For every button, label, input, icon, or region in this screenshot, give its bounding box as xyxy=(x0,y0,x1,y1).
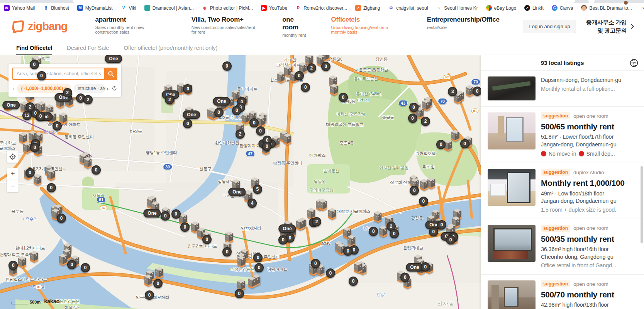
cluster-count-badge[interactable]: 0 xyxy=(400,273,410,282)
bookmark-dramacool[interactable]: Dramacool | Asian... xyxy=(144,5,194,11)
cluster-count-badge[interactable]: 0 xyxy=(232,106,241,115)
cluster-count-badge[interactable]: 0 xyxy=(53,121,62,131)
nav-villa-two-room-[interactable]: Villa, Two Room+New construction sales/s… xyxy=(192,16,258,34)
search-button[interactable] xyxy=(104,68,117,80)
cluster-count-badge[interactable]: 3 xyxy=(448,87,457,96)
cluster-count-badge[interactable]: 2 xyxy=(236,129,245,139)
my-location-button[interactable] xyxy=(7,151,19,163)
cluster-count-badge[interactable]: 0 xyxy=(473,87,481,96)
listing-card[interactable]: suggestionopen one room500/70 monthly re… xyxy=(481,274,644,309)
cluster-count-badge[interactable]: 0 xyxy=(339,93,348,102)
cluster-count-badge[interactable]: 0 xyxy=(81,263,90,272)
building-marker[interactable] xyxy=(154,266,164,279)
cluster-count-badge[interactable]: 0 xyxy=(30,60,39,69)
nav-one-room[interactable]: one roommonthly rent xyxy=(282,16,307,37)
filters-scroll-left[interactable]: ‹ xyxy=(12,85,14,92)
one-marker-pill[interactable]: One xyxy=(105,55,122,63)
cluster-count-badge[interactable]: 0 xyxy=(437,220,446,229)
cluster-count-badge[interactable]: 0 xyxy=(36,112,45,121)
bookmark-youtube[interactable]: ▶YouTube xyxy=(261,5,287,11)
bookmark-bluehost[interactable]: ⣿Bluehost xyxy=(43,5,69,11)
cluster-count-badge[interactable]: 4 xyxy=(247,199,257,208)
cluster-count-badge[interactable]: 0 xyxy=(321,62,330,71)
cluster-count-badge[interactable]: 0 xyxy=(408,114,417,123)
cluster-count-badge[interactable]: 0 xyxy=(222,247,232,256)
cluster-count-badge[interactable]: 0 xyxy=(256,126,265,136)
agency-signup-link[interactable]: 중개사무소 가입 및 광고문의 xyxy=(586,19,633,34)
listing-card[interactable]: suggestionduplex studioMonthly rent 1,00… xyxy=(481,163,644,218)
one-marker-pill[interactable]: One xyxy=(213,97,230,105)
bookmark-rome2rio[interactable]: RRome2rio: discover... xyxy=(295,5,347,11)
building-marker[interactable] xyxy=(282,132,292,146)
building-marker[interactable] xyxy=(353,261,363,274)
building-marker[interactable] xyxy=(83,156,93,169)
zigbang-logo[interactable]: zigbang xyxy=(12,20,68,33)
listing-card[interactable]: Dapsimni-dong, Dongdaemun-guMonthly rent… xyxy=(481,71,644,106)
cluster-count-badge[interactable]: 2 xyxy=(312,217,321,226)
building-marker[interactable] xyxy=(236,255,246,268)
one-marker-pill[interactable]: One xyxy=(143,209,161,217)
building-marker[interactable] xyxy=(17,255,27,268)
tab-offer-officetel-prior-monthly-[interactable]: Offer officetel (prior/monthly rent only… xyxy=(124,40,217,55)
cluster-count-badge[interactable]: 0 xyxy=(421,262,430,272)
tab-desired-for-sale[interactable]: Desired For Sale xyxy=(67,40,109,55)
cluster-count-badge[interactable]: 0 xyxy=(171,209,181,219)
bookmark-linkit[interactable]: ➚LinkIt xyxy=(524,5,544,11)
bookmarks-overflow-chevron[interactable]: » xyxy=(642,5,644,11)
cluster-count-badge[interactable]: 0 xyxy=(410,186,419,195)
cluster-count-badge[interactable]: 0 xyxy=(180,222,190,232)
cluster-count-badge[interactable]: 0 xyxy=(202,235,212,244)
cluster-count-badge[interactable]: 0 xyxy=(436,140,446,149)
cluster-count-badge[interactable]: 0 xyxy=(311,259,320,268)
cluster-count-badge[interactable]: 0 xyxy=(349,277,358,286)
cluster-count-badge[interactable]: 0 xyxy=(253,253,263,262)
one-marker-pill[interactable]: One xyxy=(183,110,200,119)
tab-find-officetel[interactable]: Find Officetel xyxy=(16,40,52,55)
login-signup-button[interactable]: Log in and sign up xyxy=(524,20,576,33)
bookmark-craigslist-seoul[interactable]: ☮craigslist: seoul xyxy=(388,5,428,11)
cluster-count-badge[interactable]: 0 xyxy=(153,279,163,288)
nav-officetels[interactable]: OfficetelsUrban living housing/rent on a… xyxy=(331,16,403,34)
zoom-in-button[interactable]: + xyxy=(7,168,19,180)
cluster-count-badge[interactable]: 0 xyxy=(390,229,399,238)
one-marker-pill[interactable]: One xyxy=(278,224,296,233)
cluster-count-badge[interactable]: 0 xyxy=(183,119,192,128)
cluster-count-badge[interactable]: 0 xyxy=(30,143,39,152)
cluster-count-badge[interactable]: 0 xyxy=(145,290,154,300)
bookmark-yahoo-mail[interactable]: ✉Yahoo Mail xyxy=(4,5,35,11)
cluster-count-badge[interactable]: 2 xyxy=(421,117,430,126)
cluster-count-badge[interactable]: 0 xyxy=(262,142,271,151)
building-marker[interactable] xyxy=(58,253,68,266)
cluster-count-badge[interactable]: 5 xyxy=(253,185,262,194)
bookmark-mydramalist[interactable]: MMyDramaList xyxy=(77,5,113,11)
building-marker[interactable] xyxy=(143,274,153,287)
unit-toggle-icon[interactable]: 단위 xyxy=(629,58,639,68)
nav-entrepreneurship-office[interactable]: Entrepreneurship/Officerental/sale xyxy=(427,16,500,30)
building-marker[interactable] xyxy=(247,276,257,289)
cluster-count-badge[interactable]: 0 xyxy=(235,289,244,298)
one-marker-pill[interactable]: One xyxy=(2,101,20,109)
cluster-count-badge[interactable]: 2 xyxy=(165,95,174,104)
search-input[interactable] xyxy=(12,68,104,80)
building-marker[interactable] xyxy=(276,71,286,84)
cluster-count-badge[interactable]: 0 xyxy=(343,246,353,256)
building-marker[interactable] xyxy=(29,250,39,263)
cluster-count-badge[interactable]: 0 xyxy=(249,118,259,127)
cluster-count-badge[interactable]: 0 xyxy=(25,168,35,177)
bookmark-photo-editor-picm[interactable]: ◉Photo editor | PicM... xyxy=(202,5,253,11)
listing-card[interactable]: suggestionopen one room500/65 monthly re… xyxy=(481,106,644,163)
cluster-count-badge[interactable]: 0 xyxy=(301,83,310,92)
filters-scroll-right[interactable]: › xyxy=(107,86,108,92)
cluster-count-badge[interactable]: 0 xyxy=(254,263,264,272)
cluster-count-badge[interactable]: 0 xyxy=(37,71,46,80)
cluster-count-badge[interactable]: 0 xyxy=(419,197,428,206)
cluster-count-badge[interactable]: 0 xyxy=(92,165,101,175)
bookmark-ebay-logo[interactable]: eBay Logo xyxy=(486,5,516,11)
structure-filter-chip[interactable]: structure · are xyxy=(74,84,105,93)
cluster-count-badge[interactable]: 0 xyxy=(429,227,438,236)
bookmark-best-bl-dramas[interactable]: Best BL Dramas to... xyxy=(581,5,632,11)
cluster-count-badge[interactable]: 0 xyxy=(326,268,335,278)
cluster-count-badge[interactable]: 0 xyxy=(446,235,455,244)
nav-apartment[interactable]: apartmentSales / monthly rent / new cons… xyxy=(95,16,168,34)
cluster-count-badge[interactable]: 13 xyxy=(22,111,32,120)
